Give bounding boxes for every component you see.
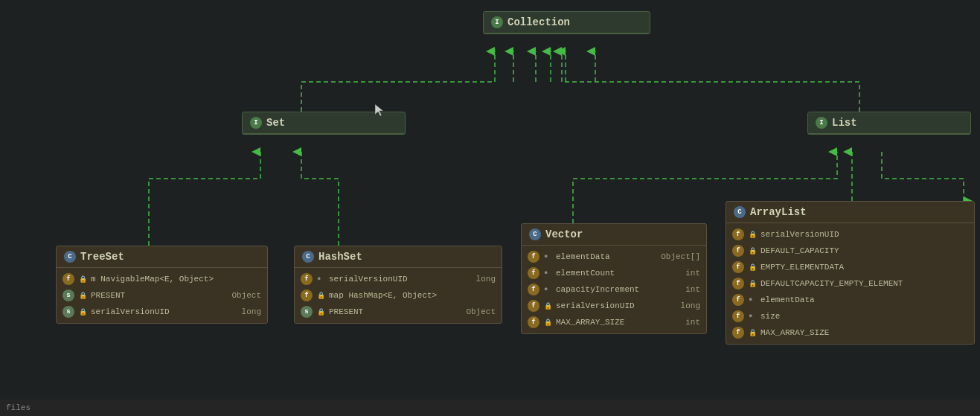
field-badge: f <box>732 278 744 289</box>
field-type: int <box>685 269 700 278</box>
table-row: f ● elementData Object[] <box>522 249 706 265</box>
hashset-header: C HashSet <box>295 246 502 268</box>
field-name: m NavigableMap<E, Object> <box>91 275 261 284</box>
vis-lock-icon: 🔒 <box>79 275 86 284</box>
vis-lock-icon: 🔒 <box>79 292 86 300</box>
arraylist-badge: C <box>734 206 746 218</box>
field-name: EMPTY_ELEMENTDATA <box>760 263 968 272</box>
hashset-badge: C <box>302 251 314 263</box>
field-badge: f <box>528 300 539 312</box>
field-name: DEFAULT_CAPACITY <box>760 246 968 255</box>
field-badge: f <box>732 228 744 240</box>
list-badge: I <box>816 117 827 129</box>
field-type: int <box>685 285 700 294</box>
table-row: s 🔒 PRESENT Object <box>57 287 267 304</box>
vis-lock-icon: 🔒 <box>749 231 756 239</box>
diagram-canvas: I Collection I Set I List C TreeSet f 🔒 … <box>0 0 980 416</box>
table-row: f ● elementCount int <box>522 265 706 281</box>
set-header: I Set <box>243 112 405 134</box>
field-type: Object <box>231 291 261 300</box>
vector-title: Vector <box>545 228 583 240</box>
field-name: serialVersionUID <box>760 230 968 239</box>
field-name: serialVersionUID <box>91 307 237 316</box>
field-badge: s <box>63 306 74 318</box>
field-badge: f <box>63 273 74 285</box>
treeset-box: C TreeSet f 🔒 m NavigableMap<E, Object> … <box>56 246 268 324</box>
vis-lock-icon: 🔒 <box>749 329 756 337</box>
field-name: map HashMap<E, Object> <box>329 291 496 300</box>
vector-header: C Vector <box>522 224 706 246</box>
field-badge: s <box>301 306 313 318</box>
treeset-body: f 🔒 m NavigableMap<E, Object> s 🔒 PRESEN… <box>57 268 267 323</box>
treeset-title: TreeSet <box>80 251 124 263</box>
vis-circle-icon: ● <box>544 269 551 277</box>
arraylist-box: C ArrayList f 🔒 serialVersionUID f 🔒 DEF… <box>726 201 975 345</box>
list-box: I List <box>807 112 971 135</box>
table-row: f ● elementData <box>726 292 974 308</box>
field-badge: f <box>301 289 313 301</box>
field-badge: s <box>63 289 74 301</box>
hashset-box: C HashSet f ● serialVersionUID long f 🔒 … <box>294 246 502 324</box>
field-badge: f <box>528 316 539 328</box>
field-badge: f <box>732 261 744 273</box>
field-type: long <box>476 275 496 284</box>
field-name: serialVersionUID <box>329 275 472 284</box>
table-row: f 🔒 map HashMap<E, Object> <box>295 287 502 304</box>
vector-badge: C <box>529 228 541 240</box>
table-row: f 🔒 serialVersionUID <box>726 226 974 243</box>
set-title: Set <box>266 117 285 129</box>
field-name: MAX_ARRAY_SIZE <box>760 328 968 337</box>
field-badge: f <box>301 273 313 285</box>
table-row: f 🔒 serialVersionUID long <box>522 298 706 314</box>
field-badge: f <box>732 245 744 257</box>
vis-lock-icon: 🔒 <box>317 308 324 316</box>
status-bar: files <box>0 400 980 416</box>
vis-lock-icon: 🔒 <box>749 263 756 272</box>
vis-lock-icon: 🔒 <box>749 247 756 255</box>
set-badge: I <box>250 117 262 129</box>
table-row: f ● serialVersionUID long <box>295 271 502 287</box>
table-row: f 🔒 m NavigableMap<E, Object> <box>57 271 267 287</box>
field-name: elementData <box>556 252 656 261</box>
hashset-body: f ● serialVersionUID long f 🔒 map HashMa… <box>295 268 502 323</box>
treeset-header: C TreeSet <box>57 246 267 268</box>
field-type: long <box>681 301 700 310</box>
field-badge: f <box>528 267 539 279</box>
field-badge: f <box>528 284 539 295</box>
table-row: f 🔒 DEFAULT_CAPACITY <box>726 243 974 259</box>
table-row: f 🔒 DEFAULTCAPACITY_EMPTY_ELEMENT <box>726 275 974 292</box>
arraylist-header: C ArrayList <box>726 202 974 223</box>
table-row: f ● size <box>726 308 974 324</box>
vector-body: f ● elementData Object[] f ● elementCoun… <box>522 246 706 333</box>
vis-circle-icon: ● <box>544 286 551 293</box>
field-badge: f <box>732 327 744 339</box>
field-name: MAX_ARRAY_SIZE <box>556 318 681 327</box>
vis-circle-icon: ● <box>749 313 756 320</box>
arraylist-body: f 🔒 serialVersionUID f 🔒 DEFAULT_CAPACIT… <box>726 223 974 344</box>
vis-lock-icon: 🔒 <box>749 280 756 288</box>
table-row: f 🔒 EMPTY_ELEMENTDATA <box>726 259 974 275</box>
field-name: elementData <box>760 295 968 304</box>
field-badge: f <box>528 251 539 263</box>
collection-title: Collection <box>507 16 570 28</box>
field-name: elementCount <box>556 269 681 278</box>
treeset-badge: C <box>64 251 76 263</box>
vis-lock-icon: 🔒 <box>317 292 324 300</box>
collection-box: I Collection <box>483 11 650 34</box>
field-name: DEFAULTCAPACITY_EMPTY_ELEMENT <box>760 279 968 288</box>
collection-header: I Collection <box>484 12 650 33</box>
list-title: List <box>832 117 857 129</box>
field-name: size <box>760 312 968 321</box>
vis-circle-icon: ● <box>544 253 551 260</box>
vis-lock-icon: 🔒 <box>544 302 551 310</box>
collection-badge: I <box>491 16 503 28</box>
vis-circle-icon: ● <box>749 296 756 304</box>
set-box: I Set <box>242 112 406 135</box>
field-type: Object[] <box>661 252 700 261</box>
vis-circle-icon: ● <box>317 275 324 283</box>
field-type: int <box>685 318 700 327</box>
vis-lock-icon: 🔒 <box>79 308 86 316</box>
field-name: capacityIncrement <box>556 285 681 294</box>
field-name: serialVersionUID <box>556 301 676 310</box>
status-text: files <box>6 403 31 412</box>
